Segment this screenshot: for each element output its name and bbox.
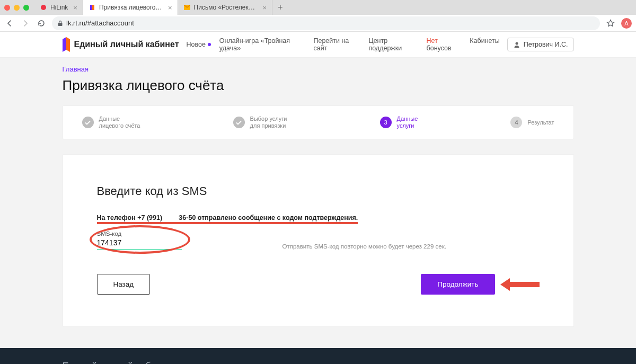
svg-rect-2 [92,5,94,10]
user-chip[interactable]: Петрович И.С. [507,38,574,51]
browser-tab[interactable]: HiLink × [34,0,83,15]
svg-rect-1 [90,5,92,10]
nav-game[interactable]: Онлайн-игра «Тройная удача» [219,37,305,52]
footer-title: Единый личный кабинет [63,361,574,364]
site-logo[interactable]: Единый личный кабинет [63,38,179,51]
svg-point-0 [41,5,46,10]
form-heading: Введите код из SMS [97,184,540,198]
tab-close-icon[interactable]: × [73,4,77,12]
breadcrumb: Главная [63,65,574,73]
sms-code-input[interactable] [97,237,182,250]
profile-avatar[interactable]: A [621,18,632,29]
mail-favicon [183,4,191,11]
browser-tab-active[interactable]: Привязка лицевого счёта - Е… × [83,0,178,15]
new-tab-button[interactable]: + [272,3,288,12]
browser-tab[interactable]: Письмо «Ростелеком ID. Под… × [178,0,273,15]
tab-title: HiLink [50,4,68,11]
new-bullet-icon [208,43,211,46]
window-maximize-dot[interactable] [23,5,29,11]
annotation-arrow [500,278,540,291]
step-number-icon: 3 [380,117,392,128]
nav-bonus[interactable]: Нет бонусов [427,37,462,52]
back-button[interactable]: Назад [97,274,151,295]
nav-cabinets[interactable]: Кабинеты [470,37,500,52]
back-icon[interactable] [4,18,15,29]
rt-favicon [89,4,96,11]
window-minimize-dot[interactable] [14,5,20,11]
step-select-service: Выбор услугидля привязки [233,116,287,129]
star-icon[interactable] [605,18,616,29]
breadcrumb-home[interactable]: Главная [63,65,89,73]
hilink-favicon [40,4,47,11]
user-icon [513,41,520,48]
svg-point-5 [515,42,518,45]
forward-icon[interactable] [20,18,31,29]
check-icon [82,117,94,128]
nav-support[interactable]: Центр поддержки [368,37,418,52]
step-result: 4 Результат [510,116,554,129]
tab-close-icon[interactable]: × [168,4,172,12]
site-footer: Единый личный кабинет Возможности Заказа… [0,348,636,364]
user-name: Петрович И.С. [524,41,568,48]
tab-close-icon[interactable]: × [263,4,267,12]
continue-button[interactable]: Продолжить [421,274,494,295]
nav-new[interactable]: Новое [186,37,210,52]
phone-message: На телефон +7 (991) 36-50 отправлено соо… [97,214,540,224]
check-icon [233,117,245,128]
nav-goto-site[interactable]: Перейти на сайт [313,37,360,52]
window-close-dot[interactable] [4,5,10,11]
step-service-data: 3 Данныеуслуги [380,116,418,129]
step-account-data: Данныелицевого счёта [82,116,140,129]
sms-code-label: SMS-код [97,230,122,237]
lock-icon [57,20,63,26]
svg-rect-4 [58,23,63,26]
step-number-icon: 4 [510,117,522,128]
sms-form-card: Введите код из SMS На телефон +7 (991) 3… [63,154,574,327]
url-text: lk.rt.ru/#attachaccount [66,19,134,27]
url-field[interactable]: lk.rt.ru/#attachaccount [52,16,600,30]
logo-mark-icon [63,38,70,51]
tab-title: Письмо «Ростелеком ID. Под… [194,4,258,11]
brand-text: Единый личный кабинет [74,40,179,49]
tab-title: Привязка лицевого счёта - Е… [99,4,163,11]
reload-icon[interactable] [36,18,47,29]
resend-text: Отправить SMS-код повторно можно будет ч… [282,243,446,250]
stepper: Данныелицевого счёта Выбор услугидля при… [63,105,574,139]
page-title: Привязка лицевого счёта [63,77,574,94]
